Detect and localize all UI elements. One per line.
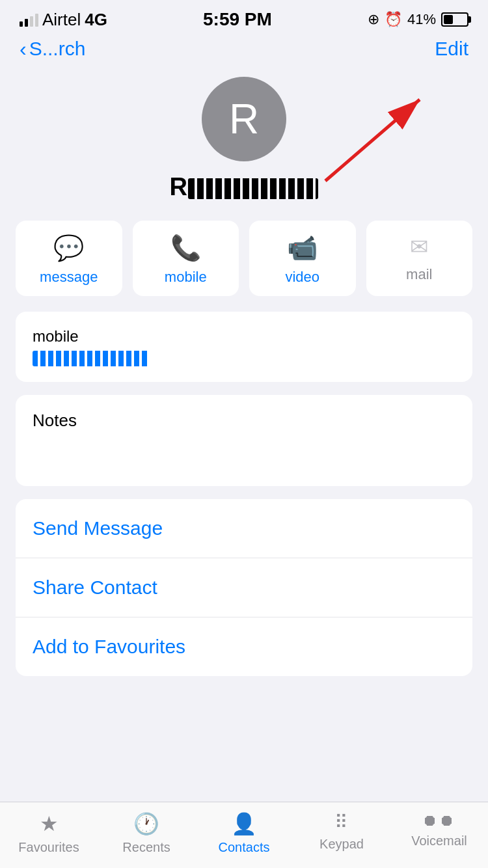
signal-bars: [20, 12, 38, 27]
battery-percent: 41%: [407, 11, 436, 28]
recents-label: Recents: [122, 840, 170, 855]
video-label: video: [285, 269, 319, 286]
status-time: 5:59 PM: [203, 9, 272, 30]
message-label: message: [40, 269, 98, 286]
nav-bar: ‹ S...rch Edit: [0, 35, 488, 70]
tab-bar: ★ Favourites 🕐 Recents 👤 Contacts ⠿ Keyp…: [0, 802, 488, 868]
contact-avatar: R: [202, 77, 286, 161]
message-button[interactable]: 💬 message: [16, 221, 122, 296]
status-left: Airtel 4G: [20, 10, 107, 30]
add-to-favourites-button[interactable]: Add to Favourites: [16, 617, 472, 676]
tab-favourites[interactable]: ★ Favourites: [10, 811, 88, 855]
chevron-left-icon: ‹: [20, 38, 27, 59]
battery-icon: [441, 12, 468, 27]
voicemail-label: Voicemail: [411, 834, 467, 848]
contact-name: R: [170, 173, 319, 201]
contact-header: R R: [0, 70, 488, 221]
action-list-card: Send Message Share Contact Add to Favour…: [16, 499, 472, 676]
video-icon: 📹: [287, 234, 318, 262]
message-icon: 💬: [53, 234, 84, 262]
action-buttons-row: 💬 message 📞 mobile 📹 video ✉ mail: [0, 221, 488, 296]
mobile-field-label: mobile: [33, 327, 455, 346]
share-contact-button[interactable]: Share Contact: [16, 558, 472, 617]
mobile-call-button[interactable]: 📞 mobile: [133, 221, 239, 296]
mobile-label: mobile: [165, 269, 207, 286]
tab-voicemail[interactable]: ⏺⏺ Voicemail: [400, 811, 478, 855]
favourites-icon: ★: [40, 811, 59, 836]
network-type: 4G: [85, 10, 107, 30]
avatar-initial: R: [229, 95, 259, 143]
mobile-phone-number[interactable]: [33, 351, 455, 366]
alarm-icon: ⏰: [385, 11, 402, 28]
keypad-icon: ⠿: [334, 811, 349, 833]
recents-icon: 🕐: [133, 811, 159, 836]
edit-button[interactable]: Edit: [435, 38, 468, 60]
video-button[interactable]: 📹 video: [249, 221, 356, 296]
mobile-info-card: mobile: [16, 312, 472, 382]
notes-card: Notes: [16, 395, 472, 486]
tab-keypad[interactable]: ⠿ Keypad: [303, 811, 381, 855]
voicemail-icon: ⏺⏺: [422, 811, 456, 830]
send-message-button[interactable]: Send Message: [16, 499, 472, 558]
favourites-label: Favourites: [18, 840, 79, 855]
tab-contacts[interactable]: 👤 Contacts: [205, 811, 283, 855]
back-label: S...rch: [29, 38, 86, 60]
phone-icon: 📞: [170, 234, 201, 262]
mail-label: mail: [406, 266, 432, 283]
mail-icon: ✉: [410, 234, 428, 260]
svg-line-1: [325, 100, 420, 181]
contacts-icon: 👤: [231, 811, 257, 836]
status-right: ⊕ ⏰ 41%: [368, 11, 468, 28]
orientation-icon: ⊕: [368, 11, 379, 28]
red-arrow: [306, 90, 436, 194]
back-button[interactable]: ‹ S...rch: [20, 38, 85, 60]
keypad-label: Keypad: [319, 837, 364, 852]
contacts-label: Contacts: [219, 840, 270, 855]
tab-recents[interactable]: 🕐 Recents: [107, 811, 185, 855]
mail-button[interactable]: ✉ mail: [366, 221, 473, 296]
notes-label: Notes: [33, 411, 455, 431]
carrier-text: Airtel: [42, 10, 81, 30]
status-bar: Airtel 4G 5:59 PM ⊕ ⏰ 41%: [0, 0, 488, 35]
